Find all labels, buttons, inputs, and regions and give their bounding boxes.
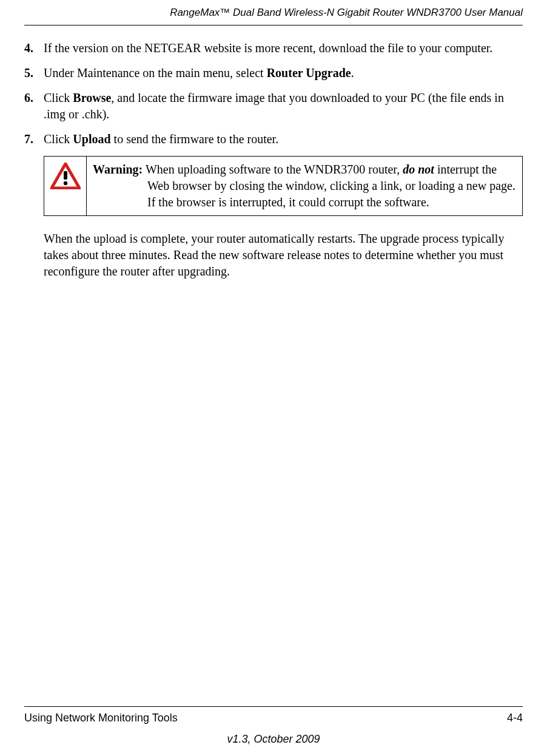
bold-term: Router Upgrade <box>267 66 351 79</box>
bold-term: Browse <box>73 91 111 104</box>
step-4: 4. If the version on the NETGEAR website… <box>24 40 523 56</box>
warning-text: Warning: When uploading software to the … <box>87 157 522 215</box>
step-text: Under Maintenance on the main menu, sele… <box>44 65 523 81</box>
footer-page-number: 4-4 <box>507 710 523 725</box>
post-warning-paragraph: When the upload is complete, your router… <box>44 231 523 280</box>
footer-section: Using Network Monitoring Tools <box>24 710 178 725</box>
page-footer: Using Network Monitoring Tools 4-4 v1.3,… <box>24 706 523 746</box>
warning-box: Warning: When uploading software to the … <box>44 156 523 216</box>
warning-icon-cell <box>44 157 87 215</box>
step-6: 6. Click Browse, and locate the firmware… <box>24 90 523 123</box>
warning-icon <box>50 163 81 189</box>
header-title: RangeMax™ Dual Band Wireless-N Gigabit R… <box>170 7 523 18</box>
step-number: 4. <box>24 40 44 56</box>
step-number: 6. <box>24 90 44 123</box>
step-text: Click Browse, and locate the firmware im… <box>44 90 523 123</box>
step-text: If the version on the NETGEAR website is… <box>44 40 523 56</box>
footer-line: Using Network Monitoring Tools 4-4 <box>24 706 523 725</box>
svg-point-2 <box>63 181 67 185</box>
svg-rect-1 <box>64 171 67 180</box>
footer-version: v1.3, October 2009 <box>24 732 523 746</box>
step-number: 7. <box>24 131 44 147</box>
page-content: 4. If the version on the NETGEAR website… <box>24 25 523 280</box>
bold-term: Upload <box>73 132 110 146</box>
step-7: 7. Click Upload to send the firmware to … <box>24 131 523 147</box>
step-text: Click Upload to send the firmware to the… <box>44 131 523 147</box>
step-5: 5. Under Maintenance on the main menu, s… <box>24 65 523 81</box>
warning-emphasis: do not <box>403 163 434 176</box>
warning-label: Warning: <box>93 163 143 176</box>
page-header: RangeMax™ Dual Band Wireless-N Gigabit R… <box>24 0 523 25</box>
step-number: 5. <box>24 65 44 81</box>
